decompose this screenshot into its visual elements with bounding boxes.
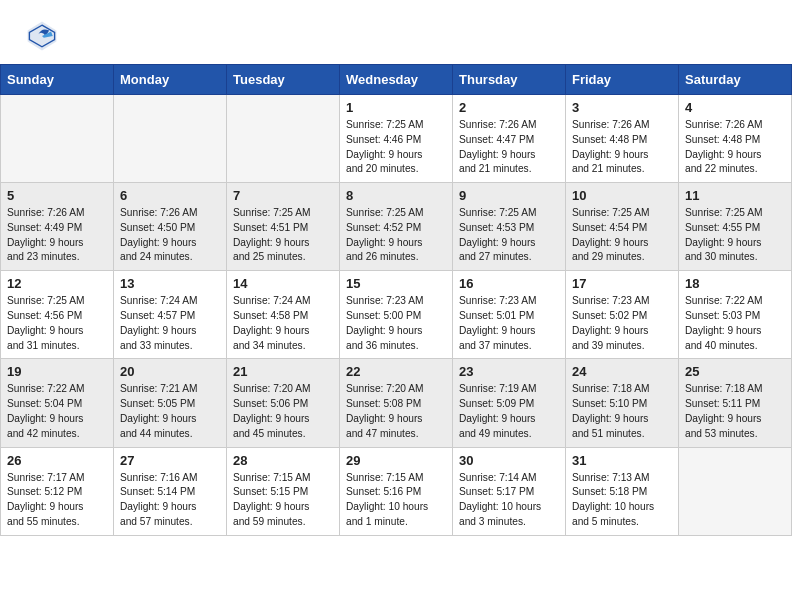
day-number: 23	[459, 364, 559, 379]
day-info: Sunrise: 7:25 AM Sunset: 4:52 PM Dayligh…	[346, 206, 446, 265]
calendar-week-row: 19Sunrise: 7:22 AM Sunset: 5:04 PM Dayli…	[1, 359, 792, 447]
calendar-week-row: 12Sunrise: 7:25 AM Sunset: 4:56 PM Dayli…	[1, 271, 792, 359]
day-number: 18	[685, 276, 785, 291]
table-row: 3Sunrise: 7:26 AM Sunset: 4:48 PM Daylig…	[566, 95, 679, 183]
day-number: 6	[120, 188, 220, 203]
table-row: 23Sunrise: 7:19 AM Sunset: 5:09 PM Dayli…	[453, 359, 566, 447]
day-number: 22	[346, 364, 446, 379]
day-info: Sunrise: 7:23 AM Sunset: 5:00 PM Dayligh…	[346, 294, 446, 353]
day-info: Sunrise: 7:26 AM Sunset: 4:48 PM Dayligh…	[572, 118, 672, 177]
header	[0, 0, 792, 64]
day-info: Sunrise: 7:25 AM Sunset: 4:54 PM Dayligh…	[572, 206, 672, 265]
table-row: 25Sunrise: 7:18 AM Sunset: 5:11 PM Dayli…	[679, 359, 792, 447]
table-row	[227, 95, 340, 183]
day-number: 4	[685, 100, 785, 115]
table-row: 6Sunrise: 7:26 AM Sunset: 4:50 PM Daylig…	[114, 183, 227, 271]
day-info: Sunrise: 7:25 AM Sunset: 4:56 PM Dayligh…	[7, 294, 107, 353]
table-row: 13Sunrise: 7:24 AM Sunset: 4:57 PM Dayli…	[114, 271, 227, 359]
day-number: 20	[120, 364, 220, 379]
day-number: 15	[346, 276, 446, 291]
day-number: 8	[346, 188, 446, 203]
day-info: Sunrise: 7:21 AM Sunset: 5:05 PM Dayligh…	[120, 382, 220, 441]
calendar-header-row: Sunday Monday Tuesday Wednesday Thursday…	[1, 65, 792, 95]
day-number: 7	[233, 188, 333, 203]
table-row: 29Sunrise: 7:15 AM Sunset: 5:16 PM Dayli…	[340, 447, 453, 535]
col-sunday: Sunday	[1, 65, 114, 95]
day-info: Sunrise: 7:26 AM Sunset: 4:48 PM Dayligh…	[685, 118, 785, 177]
table-row: 5Sunrise: 7:26 AM Sunset: 4:49 PM Daylig…	[1, 183, 114, 271]
col-thursday: Thursday	[453, 65, 566, 95]
table-row: 18Sunrise: 7:22 AM Sunset: 5:03 PM Dayli…	[679, 271, 792, 359]
day-info: Sunrise: 7:23 AM Sunset: 5:01 PM Dayligh…	[459, 294, 559, 353]
day-info: Sunrise: 7:20 AM Sunset: 5:06 PM Dayligh…	[233, 382, 333, 441]
day-info: Sunrise: 7:25 AM Sunset: 4:46 PM Dayligh…	[346, 118, 446, 177]
calendar-week-row: 1Sunrise: 7:25 AM Sunset: 4:46 PM Daylig…	[1, 95, 792, 183]
day-number: 17	[572, 276, 672, 291]
day-info: Sunrise: 7:22 AM Sunset: 5:03 PM Dayligh…	[685, 294, 785, 353]
day-number: 24	[572, 364, 672, 379]
table-row: 14Sunrise: 7:24 AM Sunset: 4:58 PM Dayli…	[227, 271, 340, 359]
day-number: 13	[120, 276, 220, 291]
day-info: Sunrise: 7:25 AM Sunset: 4:53 PM Dayligh…	[459, 206, 559, 265]
day-number: 2	[459, 100, 559, 115]
day-info: Sunrise: 7:26 AM Sunset: 4:47 PM Dayligh…	[459, 118, 559, 177]
table-row: 16Sunrise: 7:23 AM Sunset: 5:01 PM Dayli…	[453, 271, 566, 359]
day-info: Sunrise: 7:26 AM Sunset: 4:49 PM Dayligh…	[7, 206, 107, 265]
day-number: 31	[572, 453, 672, 468]
calendar-week-row: 5Sunrise: 7:26 AM Sunset: 4:49 PM Daylig…	[1, 183, 792, 271]
table-row: 1Sunrise: 7:25 AM Sunset: 4:46 PM Daylig…	[340, 95, 453, 183]
day-info: Sunrise: 7:15 AM Sunset: 5:15 PM Dayligh…	[233, 471, 333, 530]
table-row: 7Sunrise: 7:25 AM Sunset: 4:51 PM Daylig…	[227, 183, 340, 271]
table-row: 2Sunrise: 7:26 AM Sunset: 4:47 PM Daylig…	[453, 95, 566, 183]
table-row: 11Sunrise: 7:25 AM Sunset: 4:55 PM Dayli…	[679, 183, 792, 271]
col-monday: Monday	[114, 65, 227, 95]
table-row: 21Sunrise: 7:20 AM Sunset: 5:06 PM Dayli…	[227, 359, 340, 447]
col-tuesday: Tuesday	[227, 65, 340, 95]
day-number: 30	[459, 453, 559, 468]
day-info: Sunrise: 7:13 AM Sunset: 5:18 PM Dayligh…	[572, 471, 672, 530]
day-info: Sunrise: 7:16 AM Sunset: 5:14 PM Dayligh…	[120, 471, 220, 530]
day-number: 25	[685, 364, 785, 379]
day-number: 29	[346, 453, 446, 468]
calendar-week-row: 26Sunrise: 7:17 AM Sunset: 5:12 PM Dayli…	[1, 447, 792, 535]
day-number: 26	[7, 453, 107, 468]
day-number: 19	[7, 364, 107, 379]
day-number: 14	[233, 276, 333, 291]
table-row: 31Sunrise: 7:13 AM Sunset: 5:18 PM Dayli…	[566, 447, 679, 535]
table-row: 30Sunrise: 7:14 AM Sunset: 5:17 PM Dayli…	[453, 447, 566, 535]
table-row: 8Sunrise: 7:25 AM Sunset: 4:52 PM Daylig…	[340, 183, 453, 271]
table-row: 17Sunrise: 7:23 AM Sunset: 5:02 PM Dayli…	[566, 271, 679, 359]
day-number: 21	[233, 364, 333, 379]
day-number: 5	[7, 188, 107, 203]
day-number: 1	[346, 100, 446, 115]
day-info: Sunrise: 7:26 AM Sunset: 4:50 PM Dayligh…	[120, 206, 220, 265]
day-info: Sunrise: 7:25 AM Sunset: 4:51 PM Dayligh…	[233, 206, 333, 265]
day-info: Sunrise: 7:22 AM Sunset: 5:04 PM Dayligh…	[7, 382, 107, 441]
day-info: Sunrise: 7:24 AM Sunset: 4:57 PM Dayligh…	[120, 294, 220, 353]
day-number: 9	[459, 188, 559, 203]
calendar-table: Sunday Monday Tuesday Wednesday Thursday…	[0, 64, 792, 536]
day-info: Sunrise: 7:14 AM Sunset: 5:17 PM Dayligh…	[459, 471, 559, 530]
table-row: 9Sunrise: 7:25 AM Sunset: 4:53 PM Daylig…	[453, 183, 566, 271]
day-info: Sunrise: 7:15 AM Sunset: 5:16 PM Dayligh…	[346, 471, 446, 530]
col-friday: Friday	[566, 65, 679, 95]
page: Sunday Monday Tuesday Wednesday Thursday…	[0, 0, 792, 536]
table-row: 10Sunrise: 7:25 AM Sunset: 4:54 PM Dayli…	[566, 183, 679, 271]
logo-icon	[24, 18, 60, 54]
table-row: 26Sunrise: 7:17 AM Sunset: 5:12 PM Dayli…	[1, 447, 114, 535]
col-saturday: Saturday	[679, 65, 792, 95]
day-number: 3	[572, 100, 672, 115]
day-number: 12	[7, 276, 107, 291]
table-row: 15Sunrise: 7:23 AM Sunset: 5:00 PM Dayli…	[340, 271, 453, 359]
day-number: 28	[233, 453, 333, 468]
day-info: Sunrise: 7:20 AM Sunset: 5:08 PM Dayligh…	[346, 382, 446, 441]
table-row: 4Sunrise: 7:26 AM Sunset: 4:48 PM Daylig…	[679, 95, 792, 183]
day-info: Sunrise: 7:24 AM Sunset: 4:58 PM Dayligh…	[233, 294, 333, 353]
table-row: 28Sunrise: 7:15 AM Sunset: 5:15 PM Dayli…	[227, 447, 340, 535]
logo	[24, 18, 66, 54]
table-row	[114, 95, 227, 183]
table-row: 19Sunrise: 7:22 AM Sunset: 5:04 PM Dayli…	[1, 359, 114, 447]
table-row	[1, 95, 114, 183]
day-info: Sunrise: 7:18 AM Sunset: 5:10 PM Dayligh…	[572, 382, 672, 441]
day-info: Sunrise: 7:17 AM Sunset: 5:12 PM Dayligh…	[7, 471, 107, 530]
